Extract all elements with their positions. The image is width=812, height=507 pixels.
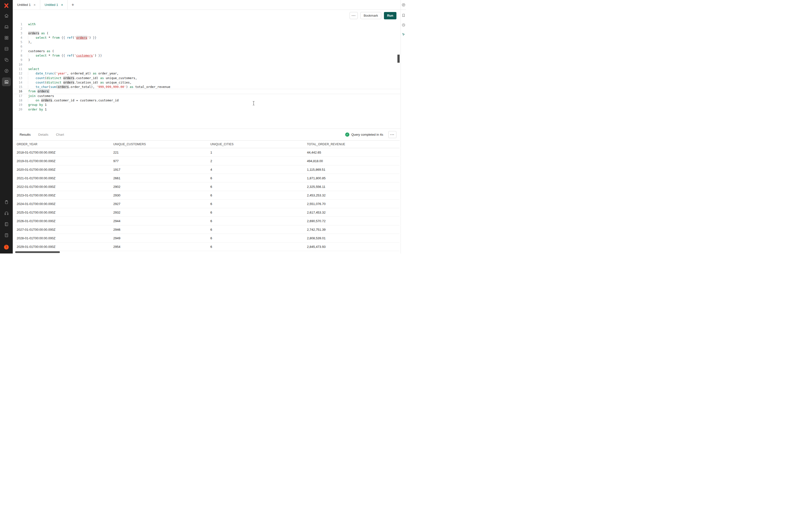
plus-icon: + — [71, 2, 74, 8]
code-line[interactable]: 1with — [13, 22, 401, 26]
rail-history-button[interactable] — [402, 23, 406, 28]
column-header[interactable]: ORDER_YEAR — [15, 140, 112, 148]
code-line[interactable]: 15 to_char(sum(orders.order_total), '999… — [13, 85, 401, 89]
code-token — [28, 54, 36, 57]
line-number: 8 — [13, 53, 22, 58]
table-row[interactable]: 2022-01-01T00:00:00.000Z290262,325,556.1… — [15, 182, 400, 191]
sidebar-item-support[interactable] — [2, 209, 11, 218]
code-line-content — [22, 62, 28, 67]
sidebar-item-apps[interactable] — [2, 33, 11, 42]
code-line-content: date_trunc('year', ordered_at) as order_… — [22, 71, 119, 76]
code-line[interactable]: 3orders as ( — [13, 31, 401, 36]
line-number: 4 — [13, 36, 22, 40]
table-row[interactable]: 2019-01-01T00:00:00.000Z9772494,818.00 — [15, 157, 400, 165]
rail-bookmark-button[interactable] — [402, 13, 406, 18]
code-line[interactable]: 2 — [13, 26, 401, 31]
inbox-icon — [4, 24, 9, 29]
table-row[interactable]: 2027-01-01T00:00:00.000Z294662,742,751.3… — [15, 225, 400, 234]
code-line[interactable]: 5), — [13, 40, 401, 44]
tab-results[interactable]: Results — [19, 133, 31, 136]
table-row[interactable]: 2025-01-01T00:00:00.000Z293262,617,453.3… — [15, 208, 400, 217]
table-row[interactable]: 2029-01-01T00:00:00.000Z295462,845,473.9… — [15, 242, 400, 251]
sidebar-item-compass[interactable] — [2, 66, 11, 75]
table-cell: 2024-01-01T00:00:00.000Z — [15, 200, 112, 208]
code-line[interactable]: 20order by 1 — [13, 107, 401, 112]
results-tabbar: Results Details Chart ✓ Query completed … — [13, 129, 401, 140]
run-button-label: Run — [387, 14, 393, 17]
table-row[interactable]: 2023-01-01T00:00:00.000Z293062,453,253.3… — [15, 191, 400, 200]
table-cell: 2,325,556.11 — [305, 182, 400, 191]
run-button[interactable]: Run — [384, 12, 397, 19]
code-line[interactable]: 11select — [13, 67, 401, 71]
rail-copilot-button[interactable] — [401, 0, 406, 10]
sidebar-item-notebook[interactable] — [2, 220, 11, 228]
more-options-button[interactable]: ··· — [350, 12, 358, 19]
table-row[interactable]: 2028-01-01T00:00:00.000Z294962,808,539.0… — [15, 234, 400, 242]
table-row[interactable]: 2021-01-01T00:00:00.000Z266161,871,800.8… — [15, 174, 400, 182]
table-cell: 2022-01-01T00:00:00.000Z — [15, 182, 112, 191]
tab-untitled-1[interactable]: Untitled 1 × — [13, 0, 40, 9]
avatar-logo-icon — [3, 244, 9, 250]
tab-untitled-2[interactable]: Untitled 1 × — [40, 0, 68, 9]
table-row[interactable]: 2030-01-01T00:00:00.000Z287961,841,049.3… — [15, 251, 400, 254]
editor-tabstrip: Untitled 1 × Untitled 1 × + — [13, 0, 401, 10]
app-window: Untitled 1 × Untitled 1 × + ··· Bookmark… — [0, 0, 406, 253]
code-line[interactable]: 10 — [13, 62, 401, 67]
code-token: * — [47, 36, 52, 40]
sidebar-item-calculator[interactable] — [2, 231, 11, 239]
results-more-button[interactable]: ··· — [388, 131, 397, 138]
code-line[interactable]: 7customers as ( — [13, 49, 401, 53]
table-row[interactable]: 2024-01-01T00:00:00.000Z292762,551,076.7… — [15, 200, 400, 208]
code-line[interactable]: 16from orders — [13, 89, 401, 94]
table-cell: 1917 — [112, 165, 209, 174]
code-line-content: with — [22, 22, 36, 26]
close-icon[interactable]: × — [34, 3, 36, 7]
code-line[interactable]: 12 date_trunc('year', ordered_at) as ord… — [13, 71, 401, 76]
sql-code-editor[interactable]: 1with23orders as (4 select * from {{ ref… — [13, 21, 401, 128]
column-header[interactable]: TOTAL_ORDER_REVENUE — [305, 140, 400, 148]
sidebar-item-copy[interactable] — [2, 55, 11, 64]
sidebar-item-inbox[interactable] — [2, 22, 11, 31]
grid-icon — [4, 36, 9, 40]
new-tab-button[interactable]: + — [68, 0, 78, 9]
close-icon[interactable]: × — [61, 3, 63, 7]
code-line[interactable]: 9) — [13, 58, 401, 62]
code-token: ( — [45, 31, 49, 35]
sidebar-item-clipboard[interactable] — [2, 198, 11, 207]
sidebar-item-code-editor[interactable] — [2, 44, 11, 53]
table-cell: 6 — [209, 251, 305, 254]
code-line[interactable]: 4 select * from {{ ref('orders') }} — [13, 36, 401, 40]
user-avatar[interactable] — [2, 243, 10, 251]
results-horizontal-scrollbar[interactable] — [15, 251, 60, 253]
code-line[interactable]: 19group by 1 — [13, 103, 401, 107]
table-row[interactable]: 2020-01-01T00:00:00.000Z191741,115,869.5… — [15, 165, 400, 174]
sidebar-item-terminal-active[interactable] — [2, 77, 11, 86]
code-token: on — [36, 99, 39, 102]
bookmark-button[interactable]: Bookmark — [360, 12, 381, 19]
rail-cursor-button[interactable] — [402, 33, 406, 38]
tab-details[interactable]: Details — [38, 133, 48, 136]
column-header[interactable]: UNIQUE_CUSTOMERS — [112, 140, 209, 148]
table-cell: 2902 — [112, 182, 209, 191]
sidebar-item-home[interactable] — [2, 11, 11, 20]
code-line[interactable]: 18 on orders.customer_id = customers.cus… — [13, 98, 401, 103]
code-line[interactable]: 17join customers — [13, 94, 401, 98]
code-token: select — [36, 36, 47, 40]
code-line[interactable]: 8 select * from {{ ref('customers') }} — [13, 53, 401, 58]
tab-chart[interactable]: Chart — [56, 133, 64, 136]
code-line[interactable]: 6 — [13, 44, 401, 49]
editor-vertical-scrollbar[interactable] — [397, 55, 400, 63]
table-row[interactable]: 2026-01-01T00:00:00.000Z294462,690,570.7… — [15, 217, 400, 225]
code-token — [28, 76, 36, 80]
app-logo[interactable] — [0, 0, 13, 11]
code-token: ) — [89, 36, 93, 40]
clipboard-icon — [4, 200, 9, 205]
code-token: '999,999,999.00' — [96, 85, 126, 89]
table-cell: 1 — [209, 148, 305, 157]
table-row[interactable]: 2018-01-01T00:00:00.000Z221144,442.65 — [15, 148, 400, 157]
code-line[interactable]: 14 count(distinct orders.location_id) as… — [13, 80, 401, 85]
code-line[interactable]: 13 count(distinct orders.customer_id) as… — [13, 76, 401, 80]
column-header[interactable]: UNIQUE_CITIES — [209, 140, 305, 148]
code-line-content: ) — [22, 58, 30, 62]
compass-icon — [4, 69, 9, 73]
